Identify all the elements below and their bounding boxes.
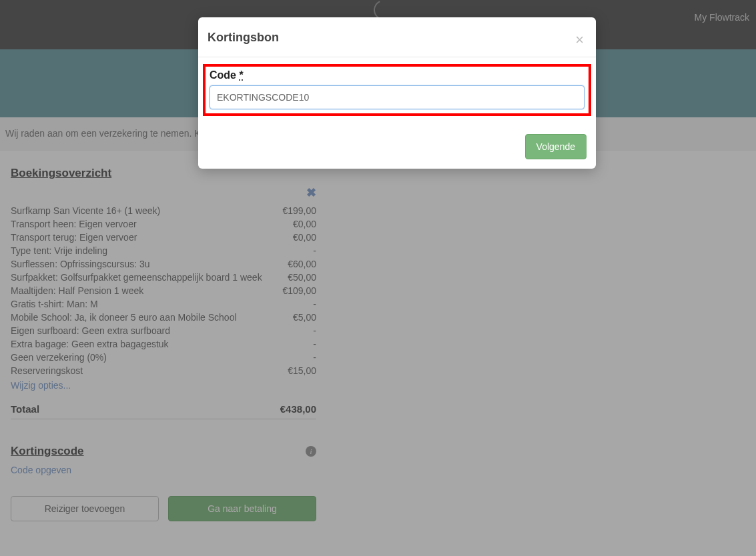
code-input[interactable]	[210, 85, 585, 109]
modal-footer: Volgende	[198, 126, 596, 169]
modal-body: Code *	[198, 57, 596, 126]
modal-header: Kortingsbon ×	[198, 17, 596, 57]
discount-modal: Kortingsbon × Code * Volgende	[198, 17, 596, 169]
close-icon[interactable]: ×	[575, 33, 584, 47]
highlighted-field: Code *	[203, 64, 591, 116]
next-button[interactable]: Volgende	[525, 134, 587, 159]
code-label: Code *	[210, 69, 585, 81]
modal-title: Kortingsbon	[208, 31, 583, 45]
